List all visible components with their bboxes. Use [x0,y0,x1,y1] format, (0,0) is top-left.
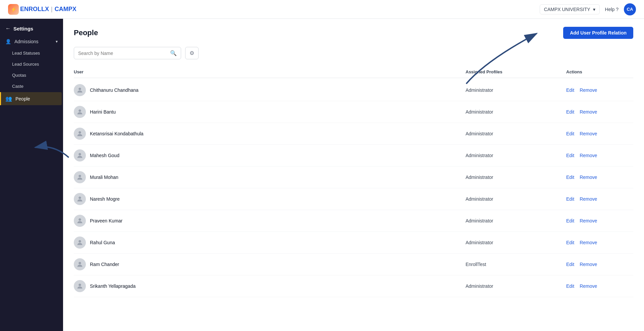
people-icon: 👥 [5,95,12,102]
edit-button[interactable]: Edit [566,262,574,267]
table-row: Murali Mohan Administrator Edit Remove [74,167,633,188]
user-name: Murali Mohan [90,175,118,180]
assigned-profile: Administrator [466,240,566,245]
svg-point-5 [78,197,81,199]
actions-cell: Edit Remove [566,196,633,202]
sidebar-item-caste[interactable]: Caste [3,81,63,92]
assigned-profile: Administrator [466,283,566,289]
edit-button[interactable]: Edit [566,196,574,202]
col-header-actions: Actions [566,69,633,74]
actions-cell: Edit Remove [566,131,633,136]
edit-button[interactable]: Edit [566,240,574,245]
org-selector[interactable]: CAMPX UNIVERSITY ▾ [540,4,600,14]
remove-button[interactable]: Remove [580,87,597,93]
logo-icon: ⚡ [8,4,19,15]
table-row: Praveen Kumar Administrator Edit Remove [74,210,633,232]
user-name: Srikanth Yellapragada [90,283,136,289]
filter-button[interactable]: ⚙ [185,47,199,59]
actions-cell: Edit Remove [566,262,633,267]
admissions-label: Admissions [14,39,39,44]
campx-text: CAMPX [55,6,76,13]
sidebar-item-lead-sources[interactable]: Lead Sources [3,59,63,70]
remove-button[interactable]: Remove [580,175,597,180]
remove-button[interactable]: Remove [580,240,597,245]
org-name: CAMPX UNIVERSITY [544,7,590,12]
user-name: Ketansrisai Kondabathula [90,131,144,136]
user-cell: Mahesh Goud [74,149,466,161]
assigned-profile: Administrator [466,196,566,202]
user-cell: Naresh Mogre [74,193,466,205]
logo-enrollx: ⚡ ENROLLX [8,4,49,15]
user-name: Mahesh Goud [90,153,119,158]
assigned-profile: Administrator [466,153,566,158]
remove-button[interactable]: Remove [580,131,597,136]
settings-label: Settings [13,26,33,31]
svg-point-3 [78,153,81,155]
sidebar-item-people[interactable]: 👥 People [0,92,62,105]
caste-label: Caste [12,84,23,89]
assigned-profile: Administrator [466,109,566,115]
logo-divider: | [51,6,53,13]
avatar[interactable]: CA [624,3,636,15]
edit-button[interactable]: Edit [566,283,574,289]
svg-point-4 [78,175,81,177]
main-layout: ← Settings 👤 Admissions ▾ Lead Statuses … [0,19,644,331]
search-input[interactable] [78,51,167,56]
user-cell: Harini Bantu [74,106,466,118]
filter-icon: ⚙ [190,50,194,56]
quotas-label: Quotas [12,73,26,78]
svg-point-8 [78,262,81,264]
edit-button[interactable]: Edit [566,153,574,158]
user-cell: Srikanth Yellapragada [74,280,466,292]
table-header: User Assigned Profiles Actions [74,66,633,78]
table-row: Rahul Guna Administrator Edit Remove [74,232,633,254]
col-header-assigned-profiles: Assigned Profiles [466,69,566,74]
chevron-down-icon: ▾ [56,39,58,44]
add-user-profile-relation-button[interactable]: Add User Profile Relation [563,27,633,39]
lead-statuses-label: Lead Statuses [12,51,40,56]
user-name: Praveen Kumar [90,218,122,223]
remove-button[interactable]: Remove [580,262,597,267]
actions-cell: Edit Remove [566,218,633,223]
edit-button[interactable]: Edit [566,87,574,93]
svg-point-7 [78,240,81,243]
user-cell: Rahul Guna [74,237,466,249]
table-row: Ketansrisai Kondabathula Administrator E… [74,123,633,145]
avatar [74,128,86,140]
sidebar-item-quotas[interactable]: Quotas [3,70,63,81]
user-name: Ram Chander [90,262,119,267]
user-name: Harini Bantu [90,109,116,115]
avatar [74,193,86,205]
actions-cell: Edit Remove [566,283,633,289]
table-row: Chithanuru Chandhana Administrator Edit … [74,79,633,101]
edit-button[interactable]: Edit [566,175,574,180]
navbar: ⚡ ENROLLX | CAMPX CAMPX UNIVERSITY ▾ Hel… [0,0,644,19]
avatar [74,258,86,270]
remove-button[interactable]: Remove [580,153,597,158]
search-area: 🔍 ⚙ [74,47,633,59]
edit-button[interactable]: Edit [566,109,574,115]
assigned-profile: Administrator [466,218,566,223]
avatar [74,84,86,96]
remove-button[interactable]: Remove [580,218,597,223]
search-box: 🔍 [74,47,181,59]
remove-button[interactable]: Remove [580,283,597,289]
page-title: People [74,28,98,37]
admissions-icon: 👤 [5,39,11,44]
edit-button[interactable]: Edit [566,218,574,223]
help-link[interactable]: Help ? [605,7,619,12]
edit-button[interactable]: Edit [566,131,574,136]
sidebar-back-button[interactable]: ← Settings [0,19,63,36]
svg-point-1 [78,110,81,112]
sidebar-item-lead-statuses[interactable]: Lead Statuses [3,48,63,59]
remove-button[interactable]: Remove [580,196,597,202]
table-row: Naresh Mogre Administrator Edit Remove [74,188,633,210]
remove-button[interactable]: Remove [580,109,597,115]
table-row: Ram Chander EnrollTest Edit Remove [74,254,633,275]
svg-point-2 [78,131,81,134]
table-row: Srikanth Yellapragada Administrator Edit… [74,275,633,297]
admissions-sub-items: Lead Statuses Lead Sources Quotas Caste [0,48,63,92]
enrollx-text: ENROLLX [20,6,49,13]
sidebar-item-admissions[interactable]: 👤 Admissions ▾ [0,36,63,48]
assigned-profile: Administrator [466,131,566,136]
